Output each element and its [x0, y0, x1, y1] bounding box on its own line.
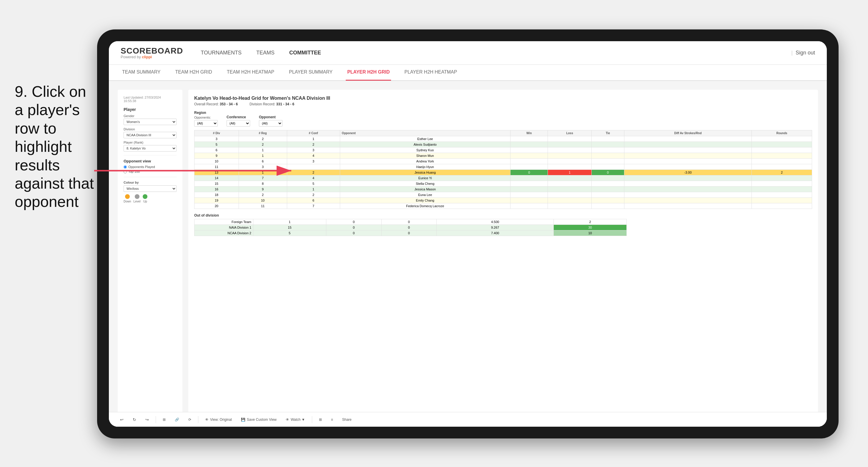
td-diff — [624, 198, 751, 203]
td-label: Foreign Team — [194, 219, 253, 225]
td-win — [510, 176, 548, 181]
opponent-played-radio[interactable] — [124, 165, 127, 168]
gender-select[interactable]: Women's — [124, 119, 177, 125]
save-icon: 💾 — [241, 417, 245, 418]
table-row[interactable]: NCAA Division 2 5 0 0 7.400 10 — [194, 230, 627, 236]
table-row[interactable]: 14 7 4 Eunice Yi — [194, 176, 812, 181]
table-row[interactable]: 6 1 3 Sydney Kuo — [194, 148, 812, 153]
logo-area: SCOREBOARD Powered by clippi — [121, 47, 183, 59]
td-win — [510, 136, 548, 142]
td-diff — [624, 164, 751, 170]
refresh-button[interactable]: ⟳ — [188, 416, 194, 418]
table-row[interactable]: 3 2 1 Esther Lee — [194, 136, 812, 142]
th-win: Win — [510, 130, 548, 136]
td-tie — [591, 192, 624, 198]
conference-select[interactable]: (All) — [226, 120, 250, 127]
td-win — [510, 148, 548, 153]
nav-committee[interactable]: COMMITTEE — [289, 48, 321, 57]
td-loss — [548, 203, 591, 209]
list-button[interactable]: ≡ — [329, 416, 335, 418]
top-100-option[interactable]: Top 100 — [124, 170, 177, 173]
td-opponent: Sharon Mun — [340, 153, 510, 159]
subnav-player-h2h-heatmap[interactable]: PLAYER H2H HEATMAP — [403, 64, 458, 81]
colour-by-select[interactable]: Win/loss — [124, 185, 177, 192]
td-win — [510, 192, 548, 198]
table-row[interactable]: 11 3 Haeijo Hyun — [194, 164, 812, 170]
subnav-player-summary[interactable]: PLAYER SUMMARY — [287, 64, 334, 81]
share-button[interactable]: Share — [340, 416, 354, 418]
nav-tournaments[interactable]: TOURNAMENTS — [201, 48, 242, 57]
td-tie: 0 — [381, 230, 437, 236]
td-win: 15 — [253, 225, 326, 230]
table-row[interactable]: 16 9 1 Jessica Mason — [194, 187, 812, 192]
table-row[interactable]: 9 1 4 Sharon Mun — [194, 153, 812, 159]
td-loss — [548, 181, 591, 187]
td-loss — [548, 159, 591, 164]
subnav-team-h2h-grid[interactable]: TEAM H2H GRID — [174, 64, 213, 81]
td-diff — [624, 142, 751, 148]
table-header-row: # Div # Reg # Conf Opponent Win Loss Tie… — [194, 130, 812, 136]
td-diff — [624, 176, 751, 181]
td-conf: 3 — [287, 148, 340, 153]
sign-out-button[interactable]: Sign out — [796, 50, 815, 56]
td-rounds — [752, 192, 812, 198]
grid-records: Overall Record: 353 - 34 - 6 Division Re… — [194, 102, 812, 106]
td-rounds: 10 — [554, 230, 627, 236]
subnav-team-h2h-heatmap[interactable]: TEAM H2H HEATMAP — [225, 64, 276, 81]
td-conf: 2 — [287, 170, 340, 176]
td-rounds: 2 — [554, 219, 627, 225]
td-rounds: 2 — [752, 170, 812, 176]
table-row[interactable]: 10 6 3 Andrea York — [194, 159, 812, 164]
layout-button[interactable]: ⊞ — [317, 416, 324, 418]
td-rounds — [752, 159, 812, 164]
td-reg: 7 — [239, 176, 287, 181]
td-div: 18 — [194, 192, 239, 198]
td-tie — [591, 159, 624, 164]
td-win: 0 — [510, 170, 548, 176]
player-rank-select[interactable]: 8. Katelyn Vo — [124, 145, 177, 152]
save-custom-view-button[interactable]: 💾 Save Custom View — [239, 416, 279, 418]
td-opponent: Stella Cheng — [340, 181, 510, 187]
td-opponent: Jessica Huang — [340, 170, 510, 176]
td-div: 9 — [194, 153, 239, 159]
watch-button[interactable]: 👁 Watch ▼ — [283, 416, 308, 418]
region-select[interactable]: (All) — [194, 120, 218, 127]
top-100-radio[interactable] — [124, 170, 127, 173]
td-opponent: Alexis Sudjianto — [340, 142, 510, 148]
th-diff: Diff Av Strokes/Rnd — [624, 130, 751, 136]
opponent-played-option[interactable]: Opponents Played — [124, 165, 177, 168]
td-diff — [624, 203, 751, 209]
td-loss: 0 — [326, 219, 381, 225]
opponent-select[interactable]: (All) — [259, 120, 282, 127]
td-reg: 1 — [239, 170, 287, 176]
table-row[interactable]: 20 11 7 Federica Domecq Lacroze — [194, 203, 812, 209]
td-opponent: Andrea York — [340, 159, 510, 164]
td-rounds — [752, 136, 812, 142]
pipe-divider: | — [791, 50, 793, 56]
opponent-filter-group: Opponent (All) — [259, 115, 282, 127]
td-loss — [548, 148, 591, 153]
table-row[interactable]: 15 8 5 Stella Cheng — [194, 181, 812, 187]
view-original-button[interactable]: 👁 View: Original — [203, 416, 234, 418]
legend-level-label: Level — [133, 200, 141, 203]
subnav-player-h2h-grid[interactable]: PLAYER H2H GRID — [346, 64, 391, 81]
table-row[interactable]: 5 2 2 Alexis Sudjianto — [194, 142, 812, 148]
table-row[interactable]: 18 2 2 Euna Lee — [194, 192, 812, 198]
td-loss: 1 — [548, 170, 591, 176]
nav-teams[interactable]: TEAMS — [256, 48, 275, 57]
td-conf: 4 — [287, 176, 340, 181]
td-conf: 7 — [287, 203, 340, 209]
td-conf: 1 — [287, 136, 340, 142]
td-rounds — [752, 176, 812, 181]
subnav-team-summary[interactable]: TEAM SUMMARY — [121, 64, 162, 81]
highlighted-table-row[interactable]: 13 1 2 Jessica Huang 0 1 0 -3.00 2 — [194, 170, 812, 176]
td-diff: 7.400 — [437, 230, 554, 236]
table-row[interactable]: NAIA Division 1 15 0 0 9.267 30 — [194, 225, 627, 230]
td-diff — [624, 181, 751, 187]
td-win — [510, 159, 548, 164]
td-div: 6 — [194, 148, 239, 153]
division-select[interactable]: NCAA Division III — [124, 132, 177, 138]
table-row[interactable]: Foreign Team 1 0 0 4.500 2 — [194, 219, 627, 225]
table-row[interactable]: 19 10 6 Emily Chang — [194, 198, 812, 203]
last-updated: Last Updated: 27/03/2024 16:55:38 — [124, 96, 177, 103]
